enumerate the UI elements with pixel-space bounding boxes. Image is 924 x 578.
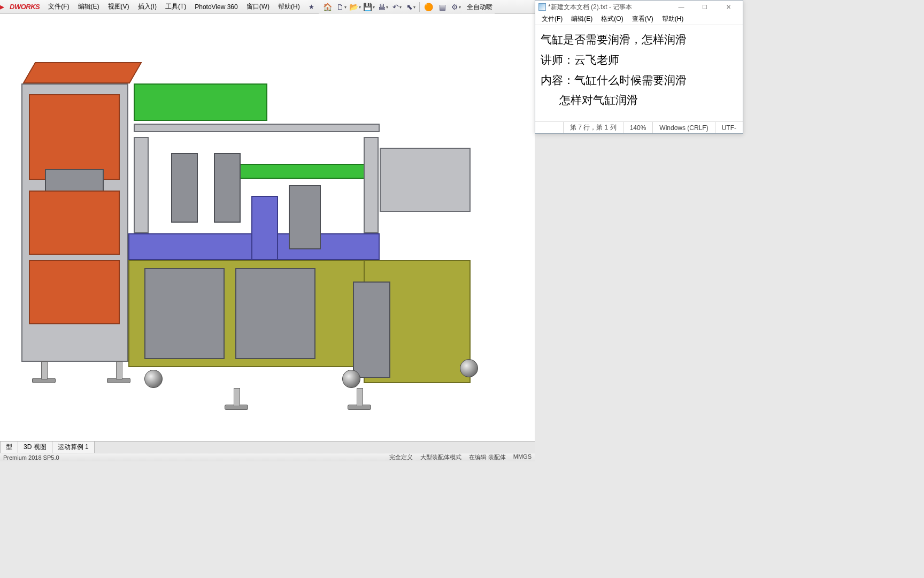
sw-logo-dot: ▸ bbox=[0, 2, 5, 12]
menu-photoview[interactable]: PhotoView 360 bbox=[190, 0, 242, 13]
solidworks-window: ▸ DWORKS 文件(F) 编辑(E) 视图(V) 插入(I) 工具(T) P… bbox=[0, 0, 535, 461]
undo-button[interactable]: ↶▾ bbox=[390, 1, 403, 13]
doc-props-button[interactable]: ▤ bbox=[436, 1, 449, 13]
menu-file[interactable]: 文件(F) bbox=[44, 0, 73, 13]
menu-window[interactable]: 窗口(W) bbox=[242, 0, 274, 13]
np-menubar: 文件(F) 编辑(E) 格式(O) 查看(V) 帮助(H) bbox=[535, 13, 743, 25]
notepad-icon bbox=[538, 3, 546, 11]
sw-logo: DWORKS bbox=[5, 3, 44, 11]
menu-edit[interactable]: 编辑(E) bbox=[74, 0, 104, 13]
np-text-area[interactable]: 气缸是否需要润滑，怎样润滑 讲师：云飞老师 内容：气缸什么时候需要润滑 怎样对气… bbox=[535, 25, 743, 121]
print-button[interactable]: 🖶▾ bbox=[376, 1, 389, 13]
menu-help[interactable]: 帮助(H) bbox=[274, 0, 304, 13]
qb-separator bbox=[419, 2, 420, 12]
sb-version: Premium 2018 SP5.0 bbox=[3, 454, 59, 461]
tab-model[interactable]: 型 bbox=[0, 441, 18, 453]
maximize-button[interactable]: ☐ bbox=[694, 2, 716, 12]
np-titlebar[interactable]: *新建文本文档 (2).txt - 记事本 — ☐ ✕ bbox=[535, 1, 743, 13]
tab-motionstudy[interactable]: 运动算例 1 bbox=[52, 441, 95, 453]
np-line: 气缸是否需要润滑，怎样润滑 bbox=[541, 29, 737, 50]
np-line: 讲师：云飞老师 bbox=[541, 50, 737, 70]
np-line: 内容：气缸什么时候需要润滑 bbox=[541, 70, 737, 90]
sb-editing: 在编辑 装配体 bbox=[469, 453, 506, 461]
sw-motion-tabs: 型 3D 视图 运动算例 1 bbox=[0, 441, 535, 453]
np-statusbar: 第 7 行，第 1 列 140% Windows (CRLF) UTF- bbox=[535, 121, 743, 133]
sb-units: MMGS bbox=[513, 453, 532, 461]
menu-insert[interactable]: 插入(I) bbox=[134, 0, 161, 13]
cad-model bbox=[21, 62, 503, 426]
menu-tools[interactable]: 工具(T) bbox=[161, 0, 190, 13]
sb-define-state: 完全定义 bbox=[389, 453, 413, 461]
menu-view[interactable]: 视图(V) bbox=[104, 0, 134, 13]
np-menu-edit[interactable]: 编辑(E) bbox=[567, 14, 597, 24]
active-doc-label: 全自动喷 bbox=[464, 3, 492, 12]
np-encoding: UTF- bbox=[715, 122, 743, 133]
sw-statusbar: Premium 2018 SP5.0 完全定义 大型装配体模式 在编辑 装配体 … bbox=[0, 453, 535, 461]
rebuild-button[interactable]: 🟠 bbox=[422, 1, 435, 13]
save-button[interactable]: 💾▾ bbox=[363, 1, 375, 13]
new-button[interactable]: 🗋▾ bbox=[335, 1, 348, 13]
select-button[interactable]: ⬉▾ bbox=[404, 1, 417, 13]
sw-viewport[interactable] bbox=[0, 14, 535, 461]
tab-3dview[interactable]: 3D 视图 bbox=[18, 441, 52, 453]
home-icon[interactable]: 🏠 bbox=[321, 1, 334, 13]
np-caret-pos: 第 7 行，第 1 列 bbox=[563, 122, 623, 133]
options-button[interactable]: ⚙▾ bbox=[450, 1, 463, 13]
open-button[interactable]: 📂▾ bbox=[349, 1, 361, 13]
np-line: 怎样对气缸润滑 bbox=[541, 90, 737, 110]
np-menu-file[interactable]: 文件(F) bbox=[537, 14, 567, 24]
np-menu-help[interactable]: 帮助(H) bbox=[658, 14, 688, 24]
np-menu-format[interactable]: 格式(O) bbox=[597, 14, 627, 24]
close-button[interactable]: ✕ bbox=[717, 2, 740, 12]
np-eol: Windows (CRLF) bbox=[652, 122, 714, 133]
np-zoom: 140% bbox=[623, 122, 653, 133]
minimize-button[interactable]: — bbox=[670, 2, 692, 12]
np-menu-view[interactable]: 查看(V) bbox=[628, 14, 658, 24]
sw-quickaccess-toolbar: 🏠 🗋▾ 📂▾ 💾▾ 🖶▾ ↶▾ ⬉▾ 🟠 ▤ ⚙▾ 全自动喷 bbox=[319, 0, 495, 14]
notepad-window: *新建文本文档 (2).txt - 记事本 — ☐ ✕ 文件(F) 编辑(E) … bbox=[535, 0, 743, 134]
menu-star-icon[interactable]: ★ bbox=[304, 0, 319, 13]
np-title: *新建文本文档 (2).txt - 记事本 bbox=[548, 3, 632, 12]
sb-assy-mode: 大型装配体模式 bbox=[420, 453, 461, 461]
